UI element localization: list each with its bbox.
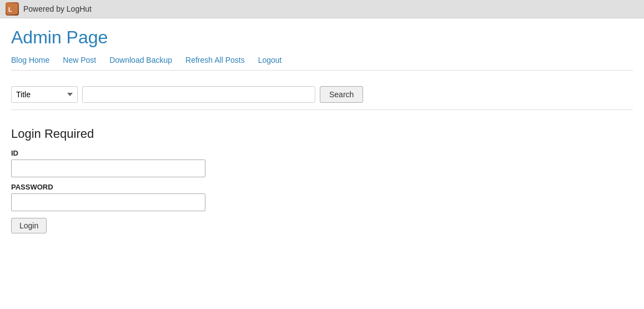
search-input[interactable] bbox=[82, 86, 315, 103]
page-title: Admin Page bbox=[11, 27, 633, 48]
login-title: Login Required bbox=[11, 127, 633, 141]
top-bar: L Powered by LogHut bbox=[0, 0, 644, 18]
page-content: Admin Page Blog Home New Post Download B… bbox=[0, 18, 644, 248]
login-section: Login Required ID PASSWORD Login bbox=[11, 121, 633, 239]
powered-by-text: Powered by LogHut bbox=[23, 4, 92, 13]
login-button[interactable]: Login bbox=[11, 218, 47, 233]
loghut-logo-icon: L bbox=[6, 2, 19, 16]
search-button[interactable]: Search bbox=[320, 86, 363, 103]
nav-new-post[interactable]: New Post bbox=[63, 56, 96, 64]
password-input[interactable] bbox=[11, 193, 205, 211]
svg-text:L: L bbox=[8, 6, 12, 13]
nav-links: Blog Home New Post Download Backup Refre… bbox=[11, 56, 633, 71]
id-label: ID bbox=[11, 149, 633, 157]
nav-logout[interactable]: Logout bbox=[258, 56, 282, 64]
id-input[interactable] bbox=[11, 160, 205, 177]
nav-blog-home[interactable]: Blog Home bbox=[11, 56, 49, 64]
nav-download-backup[interactable]: Download Backup bbox=[109, 56, 172, 64]
nav-refresh-all-posts[interactable]: Refresh All Posts bbox=[185, 56, 245, 64]
search-filter-select[interactable]: Title Content Tags bbox=[11, 86, 78, 103]
password-label: PASSWORD bbox=[11, 183, 633, 191]
search-section: Title Content Tags Search bbox=[11, 79, 633, 110]
